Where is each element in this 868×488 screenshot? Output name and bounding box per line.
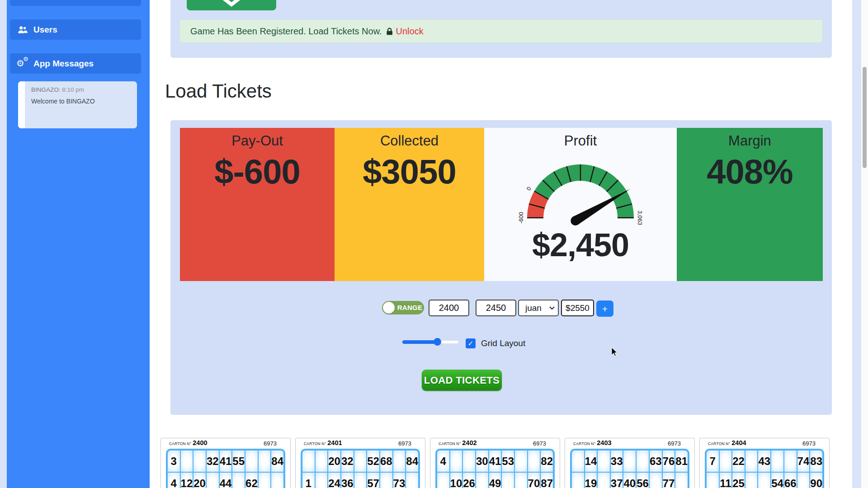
- carton-label: CARTON N°: [708, 441, 730, 446]
- sidebar-item-users[interactable]: Users: [10, 19, 141, 40]
- grid-layout-label[interactable]: Grid Layout: [481, 338, 525, 348]
- bingo-cell: [707, 473, 719, 488]
- bingo-cell: [316, 450, 328, 472]
- scrollbar-thumb[interactable]: [863, 67, 867, 168]
- scrollbar-track[interactable]: [861, 0, 868, 488]
- bingo-cell: 11: [720, 473, 732, 488]
- bingo-cell: [316, 473, 328, 488]
- bingo-cell: 30: [476, 450, 488, 472]
- bingo-cell: [502, 473, 514, 488]
- bingo-cell: 73: [393, 473, 406, 488]
- bingo-cell: [463, 450, 475, 472]
- stat-margin: Margin 408%: [677, 128, 823, 281]
- bingo-cell: 22: [732, 450, 745, 472]
- bingo-cell: 41: [489, 450, 501, 472]
- bingo-cell: 4: [437, 450, 449, 472]
- ticket-serial: 6973: [668, 440, 681, 447]
- range-to-input[interactable]: [476, 300, 516, 316]
- bingo-cell: [354, 473, 367, 488]
- grid-layout-checkbox[interactable]: ✓: [466, 338, 476, 348]
- bingo-cell: 84: [406, 450, 418, 472]
- sidebar-item-label: Users: [33, 25, 57, 35]
- carton-label: CARTON N°: [169, 441, 191, 446]
- bingo-cell: 83: [810, 450, 822, 472]
- bingo-cell: 25: [732, 473, 745, 488]
- bingazo-app: Users ⚙⚙ App Messages BINGAZO: 8:10 pm W…: [0, 0, 868, 488]
- bingo-cell: [745, 473, 758, 488]
- bingo-cell: [181, 450, 193, 472]
- carton-label: CARTON N°: [573, 441, 595, 446]
- bingo-cell: 90: [810, 473, 822, 488]
- bingo-cell: [245, 450, 258, 472]
- bingo-cell: [771, 450, 783, 472]
- stat-value: $2,450: [484, 229, 677, 261]
- message-sender: BINGAZO:: [31, 86, 61, 93]
- bingo-ticket-card[interactable]: CARTON N°2400 6973 332415584412204462: [160, 438, 291, 488]
- svg-text:3,063: 3,063: [637, 211, 643, 225]
- bingo-cell: [598, 473, 610, 488]
- sidebar: Users ⚙⚙ App Messages BINGAZO: 8:10 pm W…: [7, 0, 150, 488]
- bingo-cell: 84: [271, 450, 283, 472]
- size-slider[interactable]: [402, 340, 459, 344]
- checkmark-icon: ✓: [468, 339, 474, 347]
- bingo-cell: [572, 473, 584, 488]
- seller-select-wrap: juan: [518, 300, 559, 316]
- bingo-ticket-card[interactable]: CARTON N°2402 6973 4304153821026497087: [430, 438, 560, 488]
- bingo-cell: [720, 450, 732, 472]
- range-from-input[interactable]: [429, 300, 469, 316]
- ticket-header: CARTON N°2401 6973: [296, 440, 425, 447]
- bingo-cell: [406, 473, 418, 488]
- profit-gauge: -60003,063: [484, 149, 677, 226]
- bingo-cell: 43: [758, 450, 770, 472]
- bingo-cell: 55: [232, 450, 245, 472]
- gears-icon: ⚙⚙: [17, 58, 29, 69]
- sidebar-item-app-messages[interactable]: ⚙⚙ App Messages: [10, 53, 141, 74]
- ticket-header: CARTON N°2400 6973: [161, 440, 290, 447]
- bingo-grid: 7224374831125546690: [705, 449, 824, 488]
- bingo-cell: [380, 473, 392, 488]
- collapse-button[interactable]: [187, 0, 276, 10]
- ticket-header: CARTON N°2403 6973: [565, 440, 694, 447]
- bingo-cell: 33: [611, 450, 623, 472]
- bingo-cell: [193, 450, 206, 472]
- bingo-cell: [393, 450, 406, 472]
- price-input[interactable]: [561, 300, 594, 316]
- bingo-cell: 76: [663, 450, 675, 472]
- toggle-knob[interactable]: [383, 302, 395, 314]
- seller-select[interactable]: juan: [518, 300, 559, 316]
- bingo-ticket-card[interactable]: CARTON N°2403 6973 14336376811937405677: [565, 438, 695, 488]
- bingo-cell: 52: [367, 450, 379, 472]
- slider-handle[interactable]: [434, 338, 441, 346]
- top-card: Game Has Been Registered. Load Tickets N…: [170, 0, 832, 58]
- ticket-serial: 6973: [533, 440, 546, 447]
- load-tickets-panel: Pay-Out $-600 Collected $3050 Profit -60…: [170, 120, 832, 415]
- range-toggle[interactable]: RANGE: [382, 301, 424, 314]
- bingo-cell: [354, 450, 367, 472]
- carton-number: 2402: [462, 439, 476, 446]
- bingo-cell: 36: [341, 473, 354, 488]
- message-meta: BINGAZO: 8:10 pm: [31, 86, 95, 93]
- sidebar-item-partial[interactable]: [10, 0, 141, 6]
- bingo-cell: [784, 450, 797, 472]
- bingo-cell: 56: [637, 473, 649, 488]
- bingo-cell: [207, 473, 219, 488]
- message-text: Welcome to BINGAZO: [31, 98, 95, 105]
- message-accent-bar: [18, 81, 25, 128]
- bingo-cell: 77: [663, 473, 675, 488]
- bingo-cell: [476, 473, 488, 488]
- chevron-down-icon: [222, 0, 241, 8]
- add-button[interactable]: +: [596, 300, 613, 317]
- bingo-cell: [271, 473, 283, 488]
- load-tickets-button[interactable]: LOAD TICKETS: [422, 370, 502, 391]
- bingo-cell: [797, 473, 810, 488]
- bingo-ticket-card[interactable]: CARTON N°2401 6973 2032526884124365773: [295, 438, 425, 488]
- bingo-cell: 7: [707, 450, 719, 472]
- bingo-cell: [637, 450, 649, 472]
- stats-row: Pay-Out $-600 Collected $3050 Profit -60…: [180, 128, 823, 281]
- bingo-cell: 19: [585, 473, 597, 488]
- stat-profit: Profit -60003,063 $2,450: [484, 128, 677, 281]
- bingo-cell: [232, 473, 245, 488]
- bingo-ticket-card[interactable]: CARTON N°2404 6973 7224374831125546690: [699, 438, 830, 488]
- bingo-cell: 41: [220, 450, 232, 472]
- unlock-link[interactable]: Unlock: [396, 26, 424, 37]
